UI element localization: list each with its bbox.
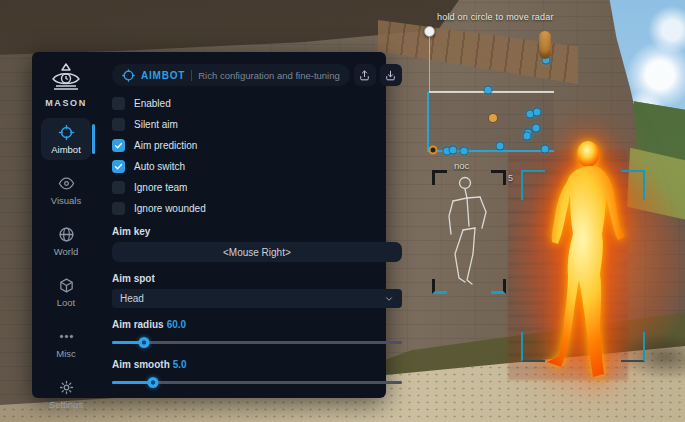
radar-dot	[534, 109, 541, 116]
aim-smooth-slider[interactable]	[112, 377, 402, 388]
checkbox-silent-aim[interactable]: Silent aim	[112, 118, 402, 131]
check-icon	[114, 141, 123, 150]
sidebar-item-label: World	[54, 246, 79, 257]
checkbox-label: Aim prediction	[134, 140, 197, 151]
radar-dot	[429, 146, 438, 155]
sidebar-item-misc[interactable]: Misc	[41, 322, 91, 364]
skeleton-esp: noc 5	[430, 160, 510, 298]
checkbox-label: Ignore team	[134, 182, 187, 193]
tab-title: AIMBOT	[141, 70, 185, 81]
checkbox-box	[112, 160, 125, 173]
checkbox-auto-switch[interactable]: Auto switch	[112, 160, 402, 173]
aim-radius-value: 60.0	[167, 319, 186, 330]
crosshair-icon	[122, 69, 135, 82]
sidebar-item-world[interactable]: World	[41, 220, 91, 262]
aimbot-tab-content: AIMBOT Rich configuration and fine-tunin…	[100, 52, 414, 398]
sidebar: MASON Aimbot Visuals	[32, 52, 100, 398]
aim-radius-label: Aim radius60.0	[112, 319, 402, 330]
header-divider	[191, 70, 192, 81]
sidebar-item-aimbot[interactable]: Aimbot	[41, 118, 91, 160]
checkbox-label: Ignore wounded	[134, 203, 206, 214]
checkbox-aim-prediction[interactable]: Aim prediction	[112, 139, 402, 152]
skeleton-figure	[432, 170, 506, 294]
checkbox-box	[112, 181, 125, 194]
download-icon	[384, 69, 397, 82]
checkbox-ignore-team[interactable]: Ignore team	[112, 181, 402, 194]
bracket-corner	[521, 170, 545, 200]
checkbox-box	[112, 202, 125, 215]
aim-key-label: Aim key	[112, 226, 402, 237]
radar[interactable]	[427, 92, 554, 152]
eye-icon	[58, 175, 75, 192]
toggle-list: Enabled Silent aim Aim prediction	[112, 97, 402, 215]
aim-smooth-value: 5.0	[173, 359, 187, 370]
skeleton-distance-label: 5	[508, 173, 513, 183]
sidebar-item-label: Loot	[57, 297, 76, 308]
globe-icon	[58, 226, 75, 243]
radar-dot	[497, 143, 504, 150]
brand-logo: MASON	[45, 62, 87, 108]
aim-key-button[interactable]: <Mouse Right>	[112, 242, 402, 262]
radar-dot	[524, 133, 531, 140]
crosshair-icon	[58, 124, 75, 141]
loot-box-icon	[58, 277, 75, 294]
bracket-corner	[621, 170, 645, 200]
checkbox-ignore-wounded[interactable]: Ignore wounded	[112, 202, 402, 215]
radar-dot	[461, 148, 468, 155]
tab-header: AIMBOT Rich configuration and fine-tunin…	[112, 64, 402, 86]
radar-dot	[527, 111, 534, 118]
checkbox-box	[112, 118, 125, 131]
sidebar-nav: Aimbot Visuals World	[32, 118, 100, 415]
aim-spot-select[interactable]: Head	[112, 289, 402, 308]
tab-header-pill: AIMBOT Rich configuration and fine-tunin…	[112, 64, 350, 86]
slider-thumb[interactable]	[138, 337, 149, 348]
sidebar-item-label: Settings	[49, 399, 83, 410]
slider-track	[112, 341, 402, 344]
radar-handle-line	[429, 37, 430, 92]
checkbox-label: Auto switch	[134, 161, 185, 172]
aim-spot-label: Aim spot	[112, 273, 402, 284]
radar-drag-handle[interactable]	[424, 26, 435, 37]
brand-name: MASON	[45, 98, 87, 108]
chevron-down-icon	[384, 294, 394, 304]
upload-icon	[358, 69, 371, 82]
sidebar-item-label: Visuals	[51, 195, 81, 206]
sidebar-item-settings[interactable]: Settings	[41, 373, 91, 415]
radar-dot	[450, 147, 457, 154]
radar-dot	[542, 146, 549, 153]
player-esp-bracket	[521, 170, 645, 362]
radar-hint-text: hold on circle to move radar	[437, 12, 554, 22]
export-config-button[interactable]	[380, 64, 402, 86]
checkbox-label: Enabled	[134, 98, 171, 109]
game-screen: hold on circle to move radar noc 5	[0, 0, 685, 422]
sidebar-item-visuals[interactable]: Visuals	[41, 169, 91, 211]
check-icon	[114, 162, 123, 171]
radar-dot	[489, 114, 497, 122]
bracket-corner	[621, 332, 645, 362]
checkbox-box	[112, 97, 125, 110]
gear-icon	[58, 379, 75, 396]
checkbox-box	[112, 139, 125, 152]
checkbox-label: Silent aim	[134, 119, 178, 130]
cheat-menu-panel: MASON Aimbot Visuals	[32, 52, 386, 398]
slider-thumb[interactable]	[147, 377, 158, 388]
tab-subtitle: Rich configuration and fine-tuning	[198, 70, 340, 81]
ellipsis-icon	[58, 328, 75, 345]
sidebar-item-loot[interactable]: Loot	[41, 271, 91, 313]
checkbox-enabled[interactable]: Enabled	[112, 97, 402, 110]
sidebar-item-label: Misc	[56, 348, 76, 359]
bracket-corner	[521, 332, 545, 362]
mason-eye-logo-icon	[49, 62, 83, 94]
radar-dot	[485, 87, 492, 94]
radar-dot	[533, 125, 540, 132]
aim-spot-value: Head	[120, 293, 384, 304]
esp-marker-capsule	[539, 31, 551, 59]
import-config-button[interactable]	[354, 64, 376, 86]
aim-radius-slider[interactable]	[112, 337, 402, 348]
aim-smooth-label: Aim smooth5.0	[112, 359, 402, 370]
sidebar-item-label: Aimbot	[51, 144, 81, 155]
